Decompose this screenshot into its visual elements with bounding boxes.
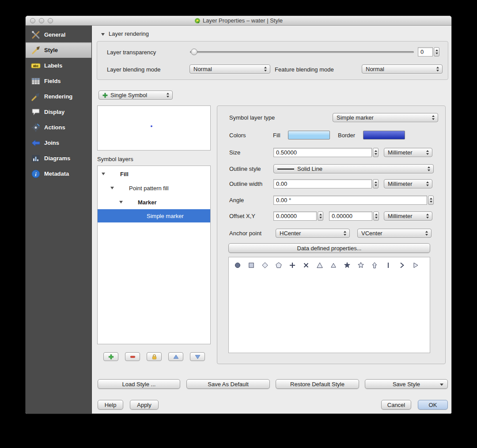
sidebar-item-display[interactable]: Display: [26, 104, 91, 120]
marker-shape-diamond[interactable]: [261, 261, 269, 270]
sidebar-item-rendering[interactable]: Rendering: [26, 89, 91, 104]
outline-style-select[interactable]: Solid Line: [273, 164, 434, 173]
marker-shape-star-sharp[interactable]: [343, 261, 352, 270]
marker-shape-plus[interactable]: [288, 261, 297, 270]
move-up-symbol-layer-button[interactable]: [168, 352, 183, 361]
disclosure-triangle-icon[interactable]: [102, 173, 106, 176]
sidebar-item-actions[interactable]: Actions: [26, 120, 91, 135]
tree-item-point-pattern-fill[interactable]: Point pattern fill: [98, 181, 210, 195]
marker-shape-circle[interactable]: [233, 261, 242, 270]
symbol-layers-tree: FillPoint pattern fillMarkerSimple marke…: [97, 166, 211, 344]
marker-shape-chevron-right[interactable]: [398, 261, 406, 270]
outline-style-value: Solid Line: [297, 166, 322, 172]
outline-width-stepper[interactable]: [373, 179, 379, 188]
feature-blending-mode-select[interactable]: Normal: [362, 64, 443, 74]
size-stepper[interactable]: [373, 148, 379, 157]
display-icon: [31, 107, 41, 117]
anchor-horizontal-select[interactable]: HCenter: [276, 229, 350, 238]
sidebar-item-joins[interactable]: Joins: [26, 135, 91, 151]
sidebar-item-labels[interactable]: abcLabels: [26, 58, 91, 73]
anchor-vertical-value: VCenter: [361, 230, 382, 237]
load-style-button[interactable]: Load Style ...: [98, 379, 180, 389]
sidebar-item-diagrams[interactable]: Diagrams: [26, 151, 91, 166]
marker-shape-pentagon[interactable]: [274, 261, 283, 270]
data-defined-properties-button[interactable]: Data defined properties...: [228, 243, 430, 253]
tree-item-label: Marker: [138, 199, 157, 206]
size-unit-select[interactable]: Millimeter: [384, 148, 432, 157]
offset-x-input[interactable]: [273, 211, 317, 221]
offset-x-stepper[interactable]: [318, 211, 323, 221]
offset-y-stepper[interactable]: [373, 211, 379, 221]
diagrams-icon: [31, 154, 41, 163]
symbol-preview: [97, 105, 211, 151]
disclosure-triangle-icon[interactable]: [119, 201, 124, 204]
symbol-layers-label: Symbol layers: [97, 156, 133, 162]
sidebar-item-general[interactable]: General: [26, 27, 91, 42]
qgis-app-icon: [194, 18, 201, 24]
svg-text:abc: abc: [33, 64, 38, 67]
cancel-button[interactable]: Cancel: [381, 400, 411, 410]
outline-width-unit-value: Millimeter: [388, 181, 413, 187]
titlebar[interactable]: Layer Properties – water | Style: [26, 16, 451, 26]
feature-blending-mode-value: Normal: [366, 66, 384, 72]
layer-transparency-stepper[interactable]: [434, 47, 439, 56]
angle-stepper[interactable]: [428, 196, 434, 205]
restore-default-style-button[interactable]: Restore Default Style: [276, 379, 359, 389]
anchor-horizontal-value: HCenter: [280, 230, 301, 237]
marker-shape-arrow-up[interactable]: [370, 261, 379, 270]
slider-track[interactable]: [190, 51, 414, 53]
lock-symbol-layer-button[interactable]: [147, 352, 162, 361]
anchor-vertical-select[interactable]: VCenter: [357, 229, 432, 238]
marker-shape-equilateral-triangle[interactable]: [329, 261, 338, 270]
tree-item-fill[interactable]: Fill: [98, 167, 210, 181]
layer-transparency-label: Layer transparency: [107, 49, 156, 56]
sidebar-item-style[interactable]: Style: [26, 42, 91, 58]
colors-label: Colors: [229, 132, 246, 139]
tree-item-simple-marker[interactable]: Simple marker: [98, 209, 210, 222]
remove-symbol-layer-button[interactable]: [125, 352, 140, 361]
ok-button[interactable]: OK: [418, 400, 448, 410]
sidebar-item-metadata[interactable]: iMetadata: [26, 166, 91, 181]
layer-rendering-section: Layer transparency Layer blending mode N…: [97, 41, 448, 80]
save-style-button[interactable]: Save Style: [365, 379, 448, 389]
sidebar: GeneralStyleabcLabelsFieldsRenderingDisp…: [26, 26, 92, 414]
size-input[interactable]: [273, 148, 372, 157]
angle-input[interactable]: [273, 196, 427, 205]
style-icon: [31, 45, 41, 55]
marker-shape-vertical-line[interactable]: [384, 261, 393, 270]
outline-style-label: Outline style: [229, 166, 261, 172]
offset-label: Offset X,Y: [229, 213, 255, 219]
layer-transparency-input[interactable]: [418, 47, 433, 56]
offset-unit-select[interactable]: Millimeter: [384, 211, 432, 221]
border-color-swatch[interactable]: [363, 131, 405, 139]
save-as-default-button[interactable]: Save As Default: [186, 379, 270, 389]
move-down-symbol-layer-button[interactable]: [190, 352, 205, 361]
marker-shape-square[interactable]: [247, 261, 256, 270]
marker-shape-triangle[interactable]: [315, 261, 324, 270]
offset-y-input[interactable]: [329, 211, 372, 221]
fill-color-swatch[interactable]: [288, 131, 330, 139]
disclosure-triangle-icon[interactable]: [110, 187, 115, 190]
marker-shape-arrowhead-right[interactable]: [411, 261, 420, 270]
layer-blending-mode-value: Normal: [193, 66, 212, 72]
layer-rendering-disclosure[interactable]: [101, 33, 105, 36]
apply-button[interactable]: Apply: [130, 400, 159, 410]
layer-blending-mode-select[interactable]: Normal: [189, 64, 270, 74]
sidebar-item-label: Style: [44, 47, 58, 53]
fields-icon: [31, 76, 41, 86]
tree-item-marker[interactable]: Marker: [98, 195, 210, 209]
sidebar-item-fields[interactable]: Fields: [26, 73, 91, 89]
symbol-layer-type-select[interactable]: Simple marker: [333, 113, 438, 122]
marker-shape-cross[interactable]: [302, 261, 310, 270]
marker-shape-star[interactable]: [356, 261, 365, 270]
sidebar-item-label: Fields: [44, 78, 61, 84]
lock-icon: [151, 354, 158, 360]
add-symbol-layer-button[interactable]: [103, 352, 118, 361]
border-label: Border: [338, 132, 355, 139]
outline-width-input[interactable]: [273, 179, 372, 188]
help-button[interactable]: Help: [98, 400, 123, 410]
slider-knob[interactable]: [191, 49, 197, 55]
outline-width-unit-select[interactable]: Millimeter: [384, 179, 432, 188]
symbol-layer-type-value: Simple marker: [337, 114, 374, 121]
renderer-select[interactable]: Single Symbol: [98, 90, 173, 100]
